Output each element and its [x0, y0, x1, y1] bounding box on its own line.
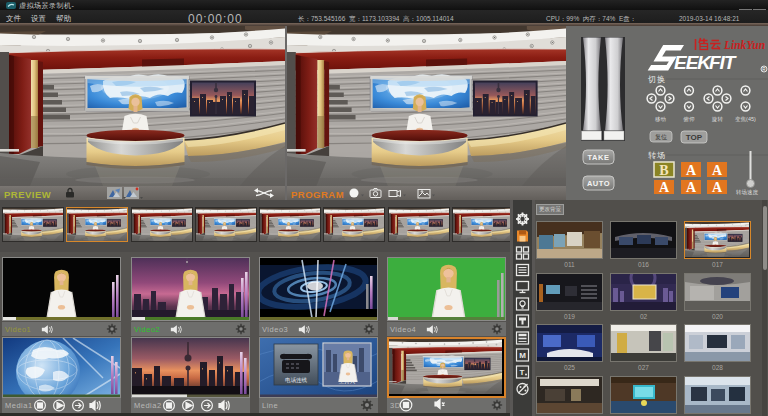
- svg-text:EEKFIT: EEKFIT: [674, 52, 737, 73]
- svg-text:变焦(45): 变焦(45): [735, 116, 756, 123]
- svg-text:A: A: [686, 180, 697, 195]
- svg-text:A: A: [686, 163, 697, 178]
- svg-text:电话连线: 电话连线: [285, 377, 308, 384]
- svg-text:AUTO: AUTO: [587, 179, 610, 188]
- svg-text:LinkYun: LinkYun: [723, 39, 765, 51]
- svg-text:俯仰: 俯仰: [683, 116, 696, 123]
- svg-text:M: M: [519, 351, 526, 360]
- svg-text:复位: 复位: [655, 134, 667, 141]
- svg-text:移动: 移动: [655, 116, 667, 123]
- svg-text:旋转: 旋转: [711, 116, 724, 123]
- svg-text:切换: 切换: [647, 75, 666, 84]
- svg-text:B: B: [659, 163, 668, 178]
- svg-text:A: A: [712, 180, 723, 195]
- svg-text:转场速度: 转场速度: [736, 189, 759, 196]
- svg-text:主持人: 主持人: [339, 378, 356, 385]
- svg-text:T: T: [520, 368, 525, 377]
- svg-text:TAKE: TAKE: [588, 153, 610, 162]
- svg-text:TOP: TOP: [686, 133, 703, 142]
- svg-text:转场: 转场: [648, 151, 666, 160]
- svg-text:A: A: [659, 180, 670, 195]
- svg-text:A: A: [712, 163, 723, 178]
